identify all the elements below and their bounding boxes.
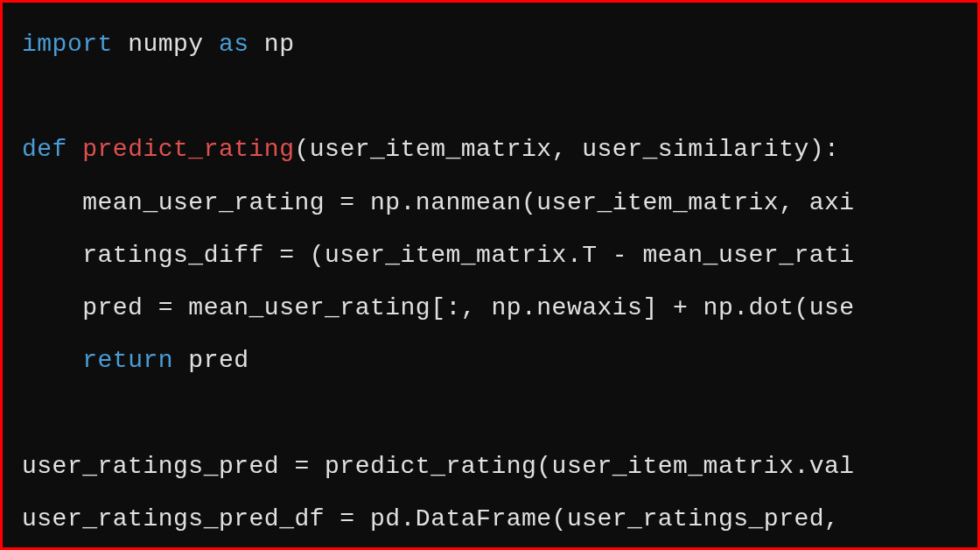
function-name: predict_rating (82, 136, 294, 163)
code-text: mean_user_rating = np.nanmean(user_item_… (22, 189, 855, 216)
code-line-1: import numpy as np (22, 18, 958, 71)
code-line-10: user_ratings_pred_df = pd.DataFrame(user… (22, 493, 958, 546)
code-line-8 (22, 387, 958, 440)
keyword-def: def (22, 136, 67, 163)
code-text: user_ratings_pred_df = pd.DataFrame(user… (22, 505, 855, 532)
code-line-4: mean_user_rating = np.nanmean(user_item_… (22, 177, 958, 229)
code-text: ratings_diff = (user_item_matrix.T - mea… (22, 242, 855, 269)
code-line-6: pred = mean_user_rating[:, np.newaxis] +… (22, 282, 958, 335)
function-params: (user_item_matrix, user_similarity): (294, 136, 839, 163)
module-name: numpy (113, 31, 219, 58)
keyword-as: as (219, 31, 249, 58)
alias-name: np (249, 31, 295, 58)
indent (22, 347, 82, 374)
code-editor-view: import numpy as np def predict_rating(us… (0, 0, 980, 550)
keyword-import: import (22, 31, 113, 58)
code-text: user_ratings_pred = predict_rating(user_… (22, 453, 855, 480)
keyword-return: return (82, 347, 173, 374)
code-line-7: return pred (22, 335, 958, 387)
space (67, 136, 82, 163)
code-line-3: def predict_rating(user_item_matrix, use… (22, 123, 958, 176)
code-line-5: ratings_diff = (user_item_matrix.T - mea… (22, 229, 958, 282)
code-line-9: user_ratings_pred = predict_rating(user_… (22, 441, 958, 493)
return-value: pred (173, 347, 249, 374)
code-text: pred = mean_user_rating[:, np.newaxis] +… (22, 294, 855, 321)
code-line-2 (22, 71, 958, 123)
